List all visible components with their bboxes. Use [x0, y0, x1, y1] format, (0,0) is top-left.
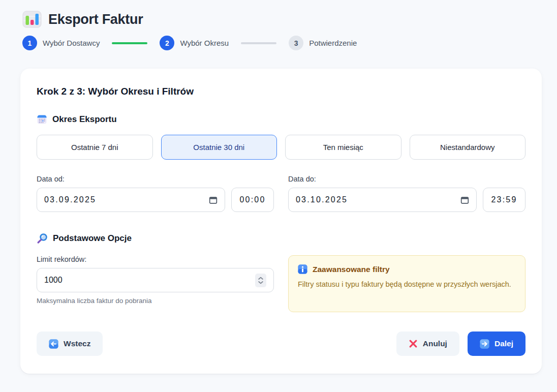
date-from-label: Data od: [37, 175, 274, 183]
period-section-title: Okres Eksportu [37, 114, 525, 125]
period-presets: Ostatnie 7 dni Ostatnie 30 dni Ten miesi… [37, 135, 525, 160]
date-from-value: 03.09.2025 [44, 195, 96, 204]
preset-last-7-days-button[interactable]: Ostatnie 7 dni [37, 135, 153, 160]
time-from-input[interactable]: 00:00 [231, 188, 274, 212]
advanced-filters-info-box: Zaawansowane filtry Filtry statusu i typ… [288, 255, 525, 312]
time-from-value: 00:00 [239, 195, 265, 204]
limit-label: Limit rekordów: [37, 255, 274, 263]
date-to-value: 03.10.2025 [296, 195, 348, 204]
arrow-right-icon [480, 339, 489, 349]
step-1-label: Wybór Dostawcy [43, 39, 100, 47]
step-2-number: 2 [160, 36, 174, 50]
number-spinner-icon[interactable] [255, 274, 266, 287]
step-connector-done [112, 42, 147, 44]
arrow-left-icon [49, 339, 58, 349]
page-title: Eksport Faktur [48, 12, 143, 27]
next-button[interactable]: Dalej [468, 331, 525, 356]
cross-icon [409, 339, 418, 348]
date-from-input[interactable]: 03.09.2025 [37, 188, 225, 212]
info-box-text: Filtry statusu i typu faktury będą dostę… [298, 279, 511, 290]
options-section-title: Podstawowe Opcje [37, 233, 525, 244]
actions-row: Wstecz Anuluj [37, 331, 525, 356]
step-1-number: 1 [22, 36, 37, 50]
time-to-input[interactable]: 23:59 [483, 188, 525, 212]
page-header: Eksport Faktur [0, 0, 557, 28]
next-button-label: Dalej [494, 339, 513, 348]
wizard-stepper: 1 Wybór Dostawcy 2 Wybór Okresu 3 Potwie… [22, 36, 557, 50]
preset-this-month-button[interactable]: Ten miesiąc [285, 135, 401, 160]
calendar-picker-icon[interactable] [460, 196, 469, 204]
right-actions-group: Anuluj Dalej [396, 331, 525, 356]
limit-input[interactable]: 1000 [37, 268, 274, 292]
calendar-emoji-icon [37, 114, 47, 125]
step-1[interactable]: 1 Wybór Dostawcy [22, 36, 100, 50]
back-button-label: Wstecz [64, 339, 90, 348]
options-row: Limit rekordów: 1000 Maksymalna liczba f… [37, 255, 525, 312]
time-to-value: 23:59 [491, 195, 517, 204]
step-3-number: 3 [289, 36, 303, 50]
limit-group: Limit rekordów: 1000 Maksymalna liczba f… [37, 255, 274, 312]
step-2-label: Wybór Okresu [180, 39, 229, 47]
date-to-group: Data do: 03.10.2025 23:59 [288, 175, 525, 212]
magnifier-icon [37, 233, 48, 244]
step-2[interactable]: 2 Wybór Okresu [160, 36, 229, 50]
card-heading: Krok 2 z 3: Wybór Okresu i Filtrów [37, 86, 525, 97]
calendar-picker-icon[interactable] [209, 196, 218, 204]
limit-helper-text: Maksymalna liczba faktur do pobrania [37, 297, 274, 305]
preset-custom-button[interactable]: Niestandardowy [410, 135, 526, 160]
preset-last-30-days-button[interactable]: Ostatnie 30 dni [161, 135, 277, 160]
wizard-card: Krok 2 z 3: Wybór Okresu i Filtrów Okres… [20, 69, 542, 374]
period-section-label: Okres Eksportu [52, 114, 117, 125]
options-section-label: Podstawowe Opcje [53, 233, 132, 244]
cancel-button[interactable]: Anuluj [396, 331, 459, 356]
date-to-label: Data do: [288, 175, 525, 183]
step-connector-pending [241, 42, 276, 44]
cancel-button-label: Anuluj [423, 339, 447, 348]
step-3[interactable]: 3 Potwierdzenie [289, 36, 357, 50]
date-from-group: Data od: 03.09.2025 00:00 [37, 175, 274, 212]
date-range-row: Data od: 03.09.2025 00:00 Data do: [37, 175, 525, 212]
info-box-title: Zaawansowane filtry [313, 265, 390, 274]
step-3-label: Potwierdzenie [309, 39, 357, 47]
info-icon [298, 264, 307, 274]
bar-chart-icon [22, 11, 42, 28]
back-button[interactable]: Wstecz [37, 331, 103, 356]
limit-value: 1000 [44, 276, 63, 285]
date-to-input[interactable]: 03.10.2025 [288, 188, 477, 212]
